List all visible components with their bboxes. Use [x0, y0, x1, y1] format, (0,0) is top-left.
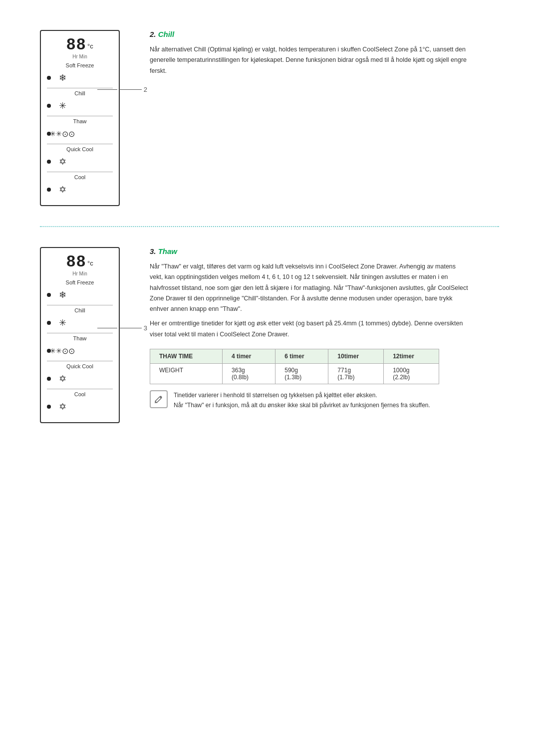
- thaw-body2: Her er omtrentlige tinetider for kjøtt o…: [150, 318, 469, 340]
- soft-freeze-row-thaw: ❄: [47, 286, 113, 303]
- soft-freeze-row: ❄: [47, 69, 113, 86]
- quick-cool-icon: ✡: [55, 154, 70, 169]
- weight-6t: 590g(1.3lb): [275, 363, 328, 384]
- pencil-icon: [154, 394, 164, 404]
- bullet-cool-thaw: [47, 405, 51, 409]
- chill-row: ✳: [47, 97, 113, 114]
- note-box: Tinetider varierer i henhold til størrel…: [150, 390, 469, 411]
- menu-quick-cool-thaw: Quick Cool ✡: [47, 363, 113, 389]
- cool-row-thaw: ✡: [47, 398, 113, 415]
- chill-body: Når alternativet Chill (Optimal kjøling)…: [150, 44, 469, 76]
- quick-cool-icon-thaw: ✡: [55, 371, 70, 386]
- panel-container-chill: 88 °c Hr Min Soft Freeze ❄ Chill ✳: [40, 30, 120, 206]
- quick-cool-row: ✡: [47, 153, 113, 170]
- menu-chill: Chill ✳: [47, 90, 113, 116]
- cool-label: Cool: [47, 174, 113, 180]
- degree-symbol-thaw: °c: [87, 259, 93, 267]
- display-row: 88 °c: [47, 36, 113, 52]
- bullet-chill: [47, 104, 51, 108]
- chill-label-thaw: Chill: [47, 307, 113, 313]
- bullet-quick-cool: [47, 160, 51, 164]
- cool-row: ✡: [47, 181, 113, 198]
- thaw-row-thaw: ✳✳⊙⊙: [47, 342, 113, 359]
- chill-icon: ✳: [55, 98, 70, 113]
- table-header-label: THAW TIME: [150, 349, 223, 363]
- bullet-chill-thaw: [47, 321, 51, 325]
- menu-cool: Cool ✡: [47, 174, 113, 198]
- hr-min-label: Hr Min: [47, 54, 113, 59]
- thaw-title-word: Thaw: [158, 247, 177, 255]
- menu-thaw: Thaw ✳✳⊙⊙: [47, 118, 113, 144]
- chill-icon-thaw: ✳: [55, 315, 70, 330]
- chill-arrow-label: 2: [144, 86, 147, 93]
- table-row-weight: WEIGHT 363g(0.8lb) 590g(1.3lb) 771g(1.7l…: [150, 363, 439, 384]
- cool-icon: ✡: [55, 182, 70, 197]
- note-icon: [150, 390, 168, 408]
- weight-label: WEIGHT: [150, 363, 223, 384]
- soft-freeze-label-thaw: Soft Freeze: [47, 279, 113, 285]
- quick-cool-label-thaw: Quick Cool: [47, 363, 113, 369]
- bullet-quick-cool-thaw: [47, 377, 51, 381]
- weight-10t: 771g(1.7lb): [328, 363, 384, 384]
- thaw-arrow-label: 3: [144, 324, 147, 332]
- control-panel-thaw: 88 °c Hr Min Soft Freeze ❄ Chill ✳: [40, 247, 120, 423]
- weight-12t: 1000g(2.2lb): [384, 363, 439, 384]
- quick-cool-label: Quick Cool: [47, 146, 113, 152]
- soft-freeze-label: Soft Freeze: [47, 62, 113, 68]
- thaw-arrow: 3: [97, 324, 147, 332]
- display-row-thaw: 88 °c: [47, 253, 113, 269]
- bullet-cool: [47, 188, 51, 192]
- chill-number: 2.: [150, 30, 156, 38]
- note-text-container: Tinetider varierer i henhold til størrel…: [174, 390, 430, 411]
- panel-container-thaw: 88 °c Hr Min Soft Freeze ❄ Chill ✳: [40, 247, 120, 423]
- thaw-content: 3. Thaw Når "Thaw" er valgt, tilføres de…: [150, 247, 499, 411]
- soft-freeze-icon-thaw: ❄: [55, 287, 70, 302]
- cool-icon-thaw: ✡: [55, 399, 70, 414]
- menu-soft-freeze-thaw: Soft Freeze ❄: [47, 279, 113, 305]
- hr-min-label-thaw: Hr Min: [47, 271, 113, 276]
- menu-soft-freeze: Soft Freeze ❄: [47, 62, 113, 88]
- table-header-4t: 4 timer: [223, 349, 275, 363]
- thaw-number: 3.: [150, 247, 156, 255]
- section-thaw: 88 °c Hr Min Soft Freeze ❄ Chill ✳: [40, 247, 499, 423]
- table-header-6t: 6 timer: [275, 349, 328, 363]
- table-header-10t: 10timer: [328, 349, 384, 363]
- section-chill: 88 °c Hr Min Soft Freeze ❄ Chill ✳: [40, 30, 499, 206]
- menu-quick-cool: Quick Cool ✡: [47, 146, 113, 172]
- display-digits-thaw: 88: [66, 253, 86, 269]
- quick-cool-row-thaw: ✡: [47, 370, 113, 387]
- thaw-icon-thaw: ✳✳⊙⊙: [55, 343, 70, 358]
- menu-cool-thaw: Cool ✡: [47, 391, 113, 415]
- table-header-12t: 12timer: [384, 349, 439, 363]
- control-panel-chill: 88 °c Hr Min Soft Freeze ❄ Chill ✳: [40, 30, 120, 206]
- thaw-label: Thaw: [47, 118, 113, 124]
- note-line1: Tinetider varierer i henhold til størrel…: [174, 390, 430, 400]
- thaw-label-thaw: Thaw: [47, 335, 113, 341]
- degree-symbol: °c: [87, 42, 93, 50]
- menu-thaw-thaw: Thaw ✳✳⊙⊙: [47, 335, 113, 361]
- section-divider: [40, 226, 499, 227]
- chill-arrow: 2: [97, 86, 147, 93]
- display-digits: 88: [66, 36, 86, 52]
- weight-4t: 363g(0.8lb): [223, 363, 275, 384]
- bullet-soft-freeze-thaw: [47, 293, 51, 297]
- thaw-time-table: THAW TIME 4 timer 6 timer 10timer 12time…: [150, 349, 439, 384]
- soft-freeze-icon: ❄: [55, 70, 70, 85]
- note-line2: Når "Thaw" er i funksjon, må alt du ønsk…: [174, 400, 430, 410]
- cool-label-thaw: Cool: [47, 391, 113, 397]
- thaw-row: ✳✳⊙⊙: [47, 125, 113, 142]
- thaw-body1: Når "Thaw" er valgt, tilføres det varm o…: [150, 261, 469, 314]
- thaw-icon: ✳✳⊙⊙: [55, 126, 70, 141]
- bullet-soft-freeze: [47, 76, 51, 80]
- chill-title-word: Chill: [158, 30, 175, 38]
- chill-content: 2. Chill Når alternativet Chill (Optimal…: [150, 30, 499, 76]
- chill-title: 2. Chill: [150, 30, 499, 38]
- thaw-section-title: 3. Thaw: [150, 247, 499, 255]
